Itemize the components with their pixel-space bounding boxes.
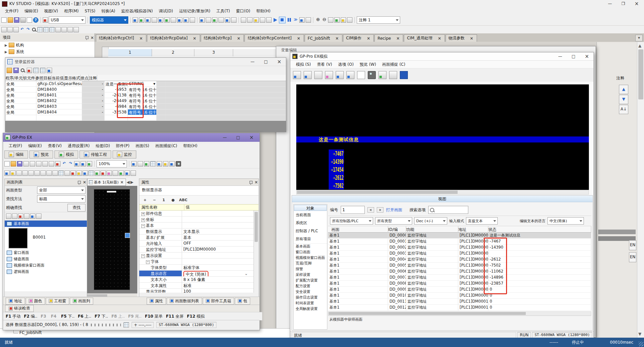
property-row[interactable]: 显示语言 中文 (简体)⌄ [139,271,254,277]
controller-filter-combobox[interactable]: 所有控制器/PLC [330,217,373,225]
menu-item[interactable]: 查看 (V) [314,61,335,68]
split-v-icon[interactable] [346,71,354,79]
pause-icon[interactable] [287,17,292,23]
document-tab[interactable]: Recipe× [374,34,403,42]
mode-tab[interactable]: 编辑 [4,150,28,158]
text-icon[interactable] [10,170,16,176]
tool-icon[interactable] [169,161,175,166]
movie-icon[interactable] [125,170,130,176]
edit-language-combobox[interactable]: 中文(简体) [547,217,584,225]
column-header[interactable]: 地址 [458,226,488,232]
split-h-icon[interactable] [336,71,344,79]
document-tab[interactable]: 结构体[strRcpCtrl]× [96,34,146,42]
tool-icon[interactable] [144,161,149,166]
save-icon[interactable] [13,68,19,73]
screen-list-item[interactable]: 逻辑画面 [5,269,87,275]
property-row[interactable]: 基本 ⌄ [139,223,254,229]
table-row[interactable]: 全局 DM18404 - -32538 有符号 16 位十进制数▾ [5,109,286,115]
object-tree-item[interactable]: 系统区 [294,219,327,227]
window-split-icon[interactable] [67,27,73,32]
radio2-icon[interactable] [266,17,272,23]
grid-icon[interactable] [37,27,43,32]
zoom-in-icon[interactable] [315,17,321,23]
stop-icon[interactable] [280,17,285,23]
column-header[interactable]: 参照目标 [35,75,52,81]
help-icon[interactable] [33,17,38,23]
mode-tab[interactable]: 监控 [113,150,136,158]
tree-item-fcjobshift[interactable]: FC_JobShift [19,330,42,335]
step-run-icon[interactable] [293,17,298,23]
graph-icon[interactable] [95,170,100,176]
search-button[interactable]: 查找 [67,204,86,212]
copy-icon[interactable] [42,161,48,166]
close-button[interactable] [630,0,643,7]
device-row[interactable]: 基本1 DD_0002 监控字地址 [PLC1]DM00001 -14390 [328,245,591,251]
table-row[interactable]: 全局 DM18402 - -26449 有符号 16 位十进制数▾ [5,98,286,104]
image-display-icon[interactable] [347,17,352,23]
workspace-scrollbar[interactable]: ▲ ▼ [637,42,644,338]
property-row[interactable]: 基本/ 扩展 基本⌄ [139,235,254,241]
zoom-out-icon[interactable] [322,17,327,23]
screen-hscrollbar[interactable] [296,190,589,195]
function-key-button[interactable]: F7下.. [95,314,108,319]
table-hscrollbar[interactable] [328,311,591,316]
tab-close-icon[interactable]: × [437,36,442,41]
device-row[interactable]: 基本1 DD_0004 监控字地址 [PLC1]DM00003 -2612 [328,257,591,263]
minimize-button[interactable] [218,134,231,141]
tab-close-icon[interactable]: × [366,36,371,41]
expand-box-icon[interactable] [141,224,145,228]
left-dock-tab[interactable]: 工程窗 [46,298,69,305]
column-header[interactable]: 状态 [488,226,591,232]
function-key-button[interactable]: F12模拟 [187,314,205,319]
table-row[interactable]: 全局 DM18400 - -5953 有符号 16 位十进制数▾ [5,87,286,92]
menu-item[interactable]: 监控器/模拟器(N) [118,8,156,15]
tool-icon[interactable] [87,161,92,166]
close-button[interactable] [580,53,594,60]
menu-item[interactable]: 部件(P) [113,142,133,149]
pc-transfer-icon[interactable] [145,17,151,23]
tool-icon[interactable] [55,27,61,32]
setup-chip-icon[interactable] [389,71,397,79]
hmi-screen[interactable]: 这是一条测试信息 -7467-14390-17454-2612-7502 [296,84,589,190]
menu-item[interactable]: ST(S) [82,8,99,14]
type-filter-combobox[interactable]: 所有类型 [375,217,412,225]
document-tab[interactable]: 结构体[strRcpData]× [147,34,200,42]
device-row[interactable]: 基本1 DD_0003 监控字地址 [PLC1]DM00002 [328,251,591,257]
mode-tab[interactable]: 模拟 [54,150,78,158]
switch-icon[interactable] [70,170,76,176]
table-row[interactable]: 全局 DM18401 - -26138 有符号 16 位十进制数▾ [5,92,286,98]
verify-icon[interactable] [158,17,163,23]
device-row[interactable]: 基本1 DD_0008 监控字地址 [PLC1]DM00007 -23857 [328,281,591,287]
screen-group-basic[interactable]: 基本画面 [5,221,87,227]
expand-box-icon[interactable] [141,212,145,216]
function-key-button[interactable]: F2编.. [24,314,37,319]
tool-icon[interactable] [171,17,176,23]
column-header[interactable]: 画面 [328,226,388,232]
sheet-col-header[interactable]: 2 [152,49,194,56]
close-button[interactable] [273,58,286,65]
object-tree-item[interactable]: 控制器 / PLC [294,227,327,235]
data-display-icon[interactable] [83,170,88,176]
tab-close-icon[interactable]: × [469,36,474,41]
arc-icon[interactable] [46,170,52,176]
table-insert-icon[interactable] [43,27,49,32]
tab-next-icon[interactable]: ▶ [130,180,133,185]
menu-item[interactable]: 调试(D) [156,8,176,15]
special-icon[interactable] [107,170,112,176]
dock-tab-en2[interactable]: EN [629,252,636,262]
prop-value-column-header[interactable]: 值 [184,205,259,210]
cut-icon[interactable] [36,161,41,166]
menu-item[interactable]: 工具(T) [213,8,233,15]
table-icon[interactable] [58,170,64,176]
screen-list-item[interactable]: 视频模块窗口画面 [5,262,87,269]
open-icon[interactable] [8,17,13,23]
right-dock-tab[interactable]: 画面数据列表 [167,298,202,305]
tool-icon[interactable] [23,161,29,166]
device-row[interactable]: 基本1 DD_0010 监控字地址 [PLC1]DM00009 0 [328,293,591,299]
object-tree-subitem[interactable]: 扩展配方设置 [294,278,327,283]
tool-icon[interactable] [225,17,230,23]
tab-close-icon[interactable]: × [395,36,400,41]
document-tab[interactable]: CIM_通用处理× [404,34,445,42]
restore-button[interactable] [617,0,630,7]
clock-icon[interactable] [306,17,311,23]
